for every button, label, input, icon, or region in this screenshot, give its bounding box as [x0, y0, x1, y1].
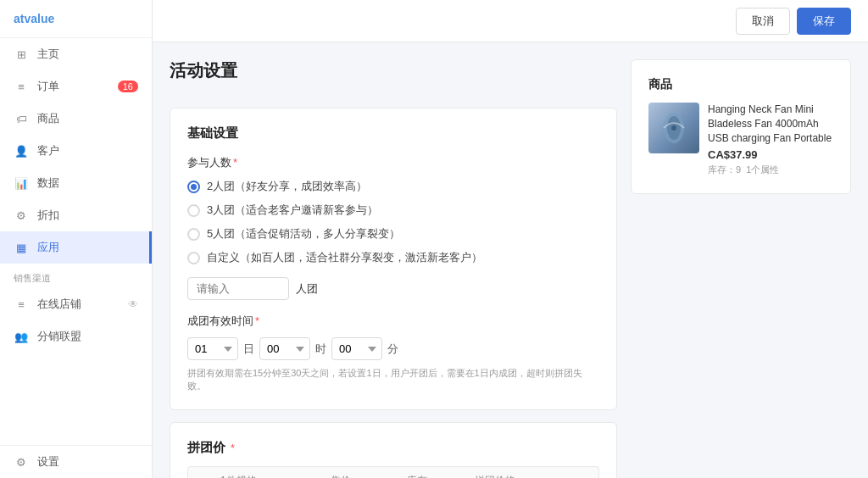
sidebar-item-label: 数据	[37, 175, 59, 191]
orders-badge: 16	[118, 81, 138, 92]
sidebar-item-label: 商品	[37, 111, 59, 126]
custom-input-row: 人团	[187, 277, 599, 300]
time-day-unit: 日	[243, 342, 254, 357]
validity-label: 成团有效时间*	[187, 314, 599, 329]
required-mark: *	[233, 156, 237, 169]
content-area: 活动设置 基础设置 参与人数* 2人团（好友分享，成团效率高） 3人团（适合老客…	[153, 42, 868, 478]
basic-settings-card: 基础设置 参与人数* 2人团（好友分享，成团效率高） 3人团（适合老客户邀请新客…	[170, 108, 617, 410]
col-spec: 1件规格	[217, 474, 327, 478]
participant-radio-group: 2人团（好友分享，成团效率高） 3人团（适合老客户邀请新客参与） 5人团（适合促…	[187, 179, 599, 265]
product-info: Hanging Neck Fan Mini Bladeless Fan 4000…	[708, 103, 833, 176]
page-title: 活动设置	[170, 59, 617, 82]
time-row: 010203 日 000112 时 001530 分	[187, 337, 599, 360]
participant-label: 参与人数*	[187, 155, 599, 170]
col-price: 售价	[327, 474, 403, 478]
sidebar-item-discounts[interactable]: ⚙ 折扣	[0, 199, 152, 231]
product-card: 商品 Hanging Neck Fan Mini Bladeless Fan 4…	[631, 59, 851, 194]
eye-icon: 👁	[128, 298, 138, 310]
radio-circle-custom	[187, 252, 200, 264]
right-column: 商品 Hanging Neck Fan Mini Bladeless Fan 4…	[631, 59, 851, 461]
cancel-button[interactable]: 取消	[736, 8, 790, 35]
sidebar-item-customers[interactable]: 👤 客户	[0, 135, 152, 167]
discounts-icon: ⚙	[14, 208, 29, 223]
sales-channel-label: 销售渠道	[0, 264, 152, 288]
sidebar-item-affiliate[interactable]: 👥 分销联盟	[0, 320, 152, 353]
product-section-title: 商品	[648, 77, 833, 92]
affiliate-icon: 👥	[14, 329, 29, 344]
logo: atvalue	[0, 0, 152, 38]
group-price-table: 1件规格 售价 库存 拼团价格 Hanging Neck Fan Mini Bl…	[187, 466, 599, 478]
settings-icon: ⚙	[14, 454, 29, 470]
save-button[interactable]: 保存	[797, 8, 851, 35]
sidebar-item-products[interactable]: 🏷 商品	[0, 103, 152, 135]
sidebar-item-label: 在线店铺	[37, 297, 81, 312]
radio-circle-5	[187, 228, 200, 241]
store-icon: ≡	[14, 297, 29, 312]
sidebar-item-online-store[interactable]: ≡ 在线店铺 👁	[0, 288, 152, 320]
radio-3person[interactable]: 3人团（适合老客户邀请新客参与）	[187, 203, 599, 218]
time-hour-unit: 时	[315, 342, 326, 357]
logo-text: atvalue	[14, 12, 54, 25]
radio-label-custom: 自定义（如百人团，适合社群分享裂变，激活新老客户）	[207, 250, 482, 265]
radio-circle-2	[187, 181, 200, 193]
radio-label-3: 3人团（适合老客户邀请新客参与）	[207, 203, 378, 218]
time-day-select[interactable]: 010203	[187, 337, 238, 360]
sidebar-item-label: 应用	[37, 240, 59, 255]
product-meta: 库存：9 1个属性	[708, 164, 833, 176]
sidebar-item-apps[interactable]: ▦ 应用	[0, 231, 152, 264]
svg-point-2	[671, 125, 676, 131]
product-thumb-svg	[657, 111, 691, 145]
sidebar-item-orders[interactable]: ≡ 订单 16	[0, 70, 152, 103]
sidebar-settings-label: 设置	[37, 454, 59, 470]
group-price-title: 拼团价	[187, 440, 225, 456]
home-icon: ⊞	[14, 47, 29, 62]
radio-5person[interactable]: 5人团（适合促销活动，多人分享裂变）	[187, 226, 599, 242]
product-price: CA$37.99	[708, 148, 833, 161]
product-name: Hanging Neck Fan Mini Bladeless Fan 4000…	[708, 103, 833, 145]
products-icon: 🏷	[14, 111, 29, 126]
sidebar-item-home[interactable]: ⊞ 主页	[0, 38, 152, 70]
col-group-price: 拼团价格	[471, 474, 590, 478]
orders-icon: ≡	[14, 79, 29, 94]
radio-label-2: 2人团（好友分享，成团效率高）	[207, 179, 367, 194]
apps-icon: ▦	[14, 240, 29, 255]
customers-icon: 👤	[14, 143, 29, 158]
main-area: 取消 保存 活动设置 基础设置 参与人数* 2人团（好友分享，成团效率高）	[153, 0, 868, 478]
sidebar: atvalue ⊞ 主页 ≡ 订单 16 🏷 商品 👤 客户 📊 数据 ⚙ 折扣	[0, 0, 153, 478]
col-checkbox	[197, 474, 217, 478]
data-icon: 📊	[14, 175, 29, 191]
sidebar-item-label: 客户	[37, 143, 59, 158]
radio-2person[interactable]: 2人团（好友分享，成团效率高）	[187, 179, 599, 194]
sidebar-item-label: 订单	[37, 79, 59, 94]
sidebar-item-label: 主页	[37, 47, 59, 62]
sidebar-item-label: 折扣	[37, 208, 59, 223]
time-hint: 拼团有效期需在15分钟至30天之间，若设置1日，用户开团后，需要在1日内成团，超…	[187, 367, 599, 392]
table-header: 1件规格 售价 库存 拼团价格	[187, 466, 599, 478]
left-column: 活动设置 基础设置 参与人数* 2人团（好友分享，成团效率高） 3人团（适合老客…	[170, 59, 617, 461]
product-thumbnail	[648, 103, 699, 153]
sidebar-item-label: 分销联盟	[37, 329, 81, 344]
custom-person-input[interactable]	[187, 277, 289, 300]
product-row: Hanging Neck Fan Mini Bladeless Fan 4000…	[648, 103, 833, 176]
topbar: 取消 保存	[153, 0, 868, 42]
radio-custom[interactable]: 自定义（如百人团，适合社群分享裂变，激活新老客户）	[187, 250, 599, 265]
group-price-title-row: 拼团价 *	[187, 440, 599, 456]
sidebar-bottom: ⚙ 设置	[0, 445, 152, 478]
main-nav: ⊞ 主页 ≡ 订单 16 🏷 商品 👤 客户 📊 数据 ⚙ 折扣 ▦ 应用	[0, 38, 152, 264]
radio-circle-3	[187, 204, 200, 217]
col-stock: 库存	[403, 474, 471, 478]
group-price-card: 拼团价 * 1件规格 售价 库存 拼团价格 Ha	[170, 422, 617, 478]
sidebar-item-data[interactable]: 📊 数据	[0, 167, 152, 199]
sidebar-item-settings[interactable]: ⚙ 设置	[0, 446, 152, 478]
time-min-select[interactable]: 001530	[331, 337, 382, 360]
basic-settings-title: 基础设置	[187, 125, 599, 142]
time-min-unit: 分	[387, 342, 398, 357]
time-hour-select[interactable]: 000112	[259, 337, 310, 360]
radio-label-5: 5人团（适合促销活动，多人分享裂变）	[207, 226, 400, 242]
custom-unit: 人团	[296, 281, 318, 297]
